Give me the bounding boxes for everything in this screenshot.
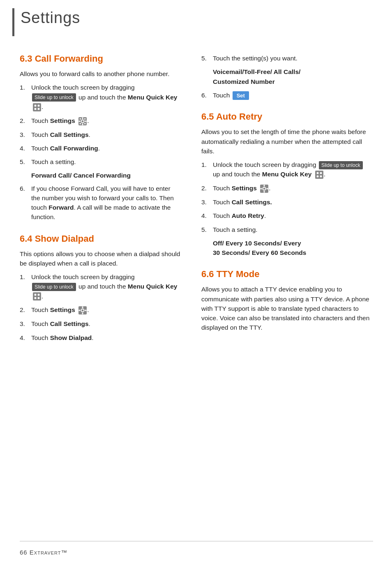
svg-point-19 — [38, 297, 40, 299]
svg-point-1 — [35, 104, 37, 106]
svg-point-30 — [320, 176, 322, 178]
slide-badge-sd1: Slide up to unlock — [32, 283, 76, 291]
step-content-3-cf: Touch Call Settings. — [31, 130, 181, 139]
step-num-4-sd: 4. — [20, 333, 31, 342]
settings-icon-cf2 — [78, 117, 87, 126]
left-column: 6.3 Call Forwarding Allows you to forwar… — [0, 53, 189, 347]
menu-quick-key-icon-1 — [32, 103, 42, 112]
right-column: 5. Touch the setting(s) you want. Voicem… — [189, 53, 378, 337]
svg-point-16 — [35, 294, 37, 296]
step-content-4-cf: Touch Call Forwarding. — [31, 143, 181, 153]
step-num-1-ar: 1. — [201, 160, 213, 169]
step-content-1-cf: Unlock the touch screen by dragging Slid… — [31, 83, 181, 111]
svg-rect-8 — [82, 123, 83, 125]
step-5-cf-right: 5. Touch the setting(s) you want. — [201, 53, 370, 63]
step-2-ar: 2. Touch Settings . — [201, 183, 370, 193]
sub-option-ar: Off/ Every 10 Seconds/ Every30 Seconds/ … — [213, 238, 370, 258]
settings-icon-sd2 — [78, 306, 87, 315]
step-4-sd: 4. Touch Show Dialpad. — [20, 333, 181, 342]
step-content-3-ar: Touch Call Settings. — [213, 197, 370, 207]
section-intro-auto-retry: Allows you to set the length of time the… — [201, 127, 370, 156]
step-5-ar: 5. Touch a setting. — [201, 225, 370, 234]
slide-badge-1: Slide up to unlock — [32, 93, 76, 102]
sub-option-cf-right: Voicemail/Toll-Free/ All Calls/Customize… — [213, 67, 370, 86]
svg-point-28 — [320, 172, 322, 174]
page-container: Settings 6.3 Call Forwarding Allows you … — [0, 0, 392, 564]
step-4-cf: 4. Touch Call Forwarding. — [20, 143, 181, 153]
svg-rect-34 — [264, 191, 265, 193]
step-content-6-cf: If you choose Forward Call, you will hav… — [31, 184, 181, 222]
footer: 66 Extravert™ — [20, 549, 68, 556]
svg-rect-24 — [79, 310, 81, 311]
step-content-2-sd: Touch Settings . — [31, 305, 181, 315]
set-badge: Set — [233, 91, 249, 100]
step-6-cf: 6. If you choose Forward Call, you will … — [20, 184, 181, 222]
svg-point-17 — [38, 294, 40, 296]
step-num-2-cf: 2. — [20, 116, 31, 125]
step-num-1-sd: 1. — [20, 272, 31, 282]
svg-point-3 — [35, 108, 37, 110]
menu-quick-key-icon-ar1 — [315, 170, 324, 179]
step-content-5-cf: Touch a setting. — [31, 157, 181, 166]
footer-divider — [20, 541, 373, 541]
step-1-sd: 1. Unlock the touch screen by dragging S… — [20, 272, 181, 301]
step-6-cf-right: 6. Touch Set — [201, 90, 370, 100]
step-num-4-cf: 4. — [20, 143, 31, 153]
sub-option-cf: Forward Call/ Cancel Forwarding — [31, 171, 181, 180]
step-3-cf: 3. Touch Call Settings. — [20, 130, 181, 139]
svg-point-2 — [38, 104, 40, 106]
step-num-5-cf: 5. — [20, 157, 31, 166]
svg-rect-36 — [267, 188, 268, 190]
svg-point-29 — [316, 176, 318, 178]
step-num-6-cf-right: 6. — [201, 90, 213, 100]
svg-rect-25 — [85, 310, 87, 311]
svg-rect-26 — [315, 171, 323, 179]
section-intro-call-forwarding: Allows you to forward calls to another p… — [20, 69, 181, 79]
svg-rect-9 — [79, 120, 81, 122]
steps-call-forwarding: 1. Unlock the touch screen by dragging S… — [20, 83, 181, 166]
step-num-5-cf-right: 5. — [201, 53, 213, 63]
step-content-1-ar: Unlock the touch screen by dragging Slid… — [213, 160, 370, 179]
svg-rect-7 — [82, 117, 83, 119]
section-heading-auto-retry: 6.5 Auto Retry — [201, 111, 370, 122]
step-content-4-ar: Touch Auto Retry. — [213, 211, 370, 220]
section-heading-tty: 6.6 TTY Mode — [201, 269, 370, 280]
step-num-2-sd: 2. — [20, 305, 31, 314]
two-col-layout: 6.3 Call Forwarding Allows you to forwar… — [0, 53, 392, 347]
slide-badge-ar1: Slide up to unlock — [319, 161, 363, 169]
step-content-4-sd: Touch Show Dialpad. — [31, 333, 181, 342]
step-num-6-cf: 6. — [20, 184, 31, 193]
step-num-3-ar: 3. — [201, 197, 213, 207]
svg-rect-33 — [264, 185, 265, 187]
step-1-cf: 1. Unlock the touch screen by dragging S… — [20, 83, 181, 111]
step-content-2-cf: Touch Settings . — [31, 116, 181, 126]
svg-point-18 — [35, 297, 37, 299]
steps-auto-retry: 1. Unlock the touch screen by dragging S… — [201, 160, 370, 234]
svg-point-4 — [38, 108, 40, 110]
step-num-3-cf: 3. — [20, 130, 31, 139]
step-2-sd: 2. Touch Settings . — [20, 305, 181, 315]
footer-text: 66 Extravert™ — [20, 549, 68, 556]
step-2-cf: 2. Touch Settings — [20, 116, 181, 126]
svg-point-27 — [316, 172, 318, 174]
svg-rect-23 — [82, 313, 83, 314]
section-intro-show-dialpad: This options allows you to choose when a… — [20, 249, 181, 268]
step-4-ar: 4. Touch Auto Retry. — [201, 211, 370, 220]
step-content-3-sd: Touch Call Settings. — [31, 319, 181, 328]
svg-rect-0 — [33, 103, 41, 111]
step-content-5-ar: Touch a setting. — [213, 225, 370, 234]
step-content-1-sd: Unlock the touch screen by dragging Slid… — [31, 272, 181, 301]
svg-rect-22 — [82, 307, 83, 308]
step-1-ar: 1. Unlock the touch screen by dragging S… — [201, 160, 370, 179]
svg-rect-10 — [85, 120, 87, 122]
step-num-2-ar: 2. — [201, 183, 213, 193]
section-intro-tty: Allows you to attach a TTY device enabli… — [201, 284, 370, 332]
step-3-sd: 3. Touch Call Settings. — [20, 319, 181, 328]
step-num-5-ar: 5. — [201, 225, 213, 234]
cf-cont: 5. Touch the setting(s) you want. Voicem… — [201, 53, 370, 100]
step-content-5-cf-right: Touch the setting(s) you want. — [213, 53, 370, 63]
page-title: Settings — [21, 9, 80, 27]
step-num-3-sd: 3. — [20, 319, 31, 328]
step-3-ar: 3. Touch Call Settings. — [201, 197, 370, 207]
settings-icon-ar2 — [260, 184, 269, 193]
